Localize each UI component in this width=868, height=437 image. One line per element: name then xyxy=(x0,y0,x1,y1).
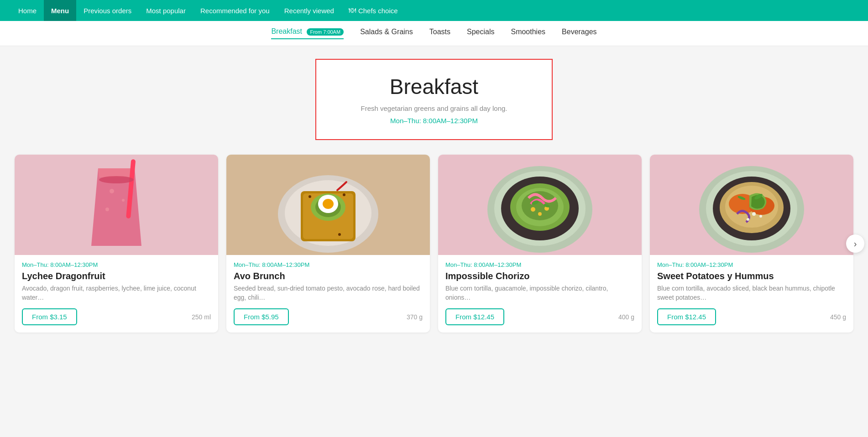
card-body-chorizo: Mon–Thu: 8:00AM–12:30PM Impossible Chori… xyxy=(438,255,642,333)
card-name-chorizo: Impossible Chorizo xyxy=(445,271,634,281)
card-name-lychee: Lychee Dragonfruit xyxy=(22,271,211,281)
card-name-avo: Avo Brunch xyxy=(234,271,423,281)
card-desc-chorizo: Blue corn tortilla, guacamole, impossibl… xyxy=(445,284,634,302)
svg-point-38 xyxy=(752,212,756,216)
cat-smoothies[interactable]: Smoothies xyxy=(511,28,545,39)
svg-point-39 xyxy=(747,218,749,221)
card-image-lychee xyxy=(15,155,218,255)
section-subtitle: Fresh vegetarian greens and grains all d… xyxy=(335,104,533,112)
card-hours-avo: Mon–Thu: 8:00AM–12:30PM xyxy=(234,261,423,268)
card-image-chorizo xyxy=(438,155,642,255)
card-desc-avo: Seeded bread, sun-dried tomato pesto, av… xyxy=(234,284,423,302)
hero-section: Breakfast Fresh vegetarian greens and gr… xyxy=(315,59,553,140)
svg-point-17 xyxy=(338,233,341,236)
weight-sweet-potatoes: 450 g xyxy=(830,313,846,321)
next-arrow-button[interactable]: › xyxy=(846,234,864,253)
svg-point-24 xyxy=(531,207,535,212)
card-footer-lychee: From $3.15 250 ml xyxy=(22,308,211,325)
card-body-sweet-potatoes: Mon–Thu: 8:00AM–12:30PM Sweet Potatoes y… xyxy=(650,255,853,333)
weight-lychee: 250 ml xyxy=(192,313,211,321)
breakfast-badge: From 7:00AM xyxy=(307,28,344,36)
nav-most-popular[interactable]: Most popular xyxy=(139,0,193,21)
card-hours-sweet-potatoes: Mon–Thu: 8:00AM–12:30PM xyxy=(657,261,846,268)
card-image-avo xyxy=(226,155,430,255)
card-body-avo: Mon–Thu: 8:00AM–12:30PM Avo Brunch Seede… xyxy=(226,255,430,333)
menu-cards-row: Mon–Thu: 8:00AM–12:30PM Lychee Dragonfru… xyxy=(15,155,853,333)
card-avo-brunch[interactable]: Mon–Thu: 8:00AM–12:30PM Avo Brunch Seede… xyxy=(226,155,430,333)
top-navigation: Home Menu Previous orders Most popular R… xyxy=(0,0,868,21)
nav-recently-viewed[interactable]: Recently viewed xyxy=(277,0,341,21)
card-name-sweet-potatoes: Sweet Potatoes y Hummus xyxy=(657,271,846,281)
cat-toasts[interactable]: Toasts xyxy=(429,28,450,39)
svg-point-14 xyxy=(323,199,334,209)
main-content: Breakfast Fresh vegetarian greens and gr… xyxy=(0,46,868,345)
nav-previous-orders[interactable]: Previous orders xyxy=(76,0,139,21)
price-button-lychee[interactable]: From $3.15 xyxy=(22,308,77,325)
cat-salads[interactable]: Salads & Grains xyxy=(360,28,413,39)
cat-beverages[interactable]: Beverages xyxy=(562,28,597,39)
chef-icon: 🍽 xyxy=(349,6,356,15)
card-footer-avo: From $5.95 370 g xyxy=(234,308,423,325)
price-button-chorizo[interactable]: From $12.45 xyxy=(445,308,504,325)
card-desc-sweet-potatoes: Blue corn tortilla, avocado sliced, blac… xyxy=(657,284,846,302)
weight-avo: 370 g xyxy=(407,313,423,321)
svg-point-4 xyxy=(110,189,114,193)
card-impossible-chorizo[interactable]: Mon–Thu: 8:00AM–12:30PM Impossible Chori… xyxy=(438,155,642,333)
price-button-avo[interactable]: From $5.95 xyxy=(234,308,289,325)
card-image-sweet-potatoes xyxy=(650,155,853,255)
category-navigation: Breakfast From 7:00AM Salads & Grains To… xyxy=(0,21,868,46)
svg-point-6 xyxy=(105,208,109,211)
svg-point-40 xyxy=(759,215,762,218)
nav-menu[interactable]: Menu xyxy=(44,0,76,21)
card-body-lychee: Mon–Thu: 8:00AM–12:30PM Lychee Dragonfru… xyxy=(15,255,218,333)
cat-breakfast[interactable]: Breakfast From 7:00AM xyxy=(271,27,344,39)
card-hours-chorizo: Mon–Thu: 8:00AM–12:30PM xyxy=(445,261,634,268)
nav-recommended[interactable]: Recommended for you xyxy=(193,0,277,21)
card-hours-lychee: Mon–Thu: 8:00AM–12:30PM xyxy=(22,261,211,268)
svg-point-5 xyxy=(122,199,125,202)
section-hours: Mon–Thu: 8:00AM–12:30PM xyxy=(335,117,533,125)
svg-point-26 xyxy=(538,212,542,216)
cat-specials[interactable]: Specials xyxy=(467,28,494,39)
card-footer-sweet-potatoes: From $12.45 450 g xyxy=(657,308,846,325)
svg-point-15 xyxy=(309,195,311,198)
card-footer-chorizo: From $12.45 400 g xyxy=(445,308,634,325)
svg-point-3 xyxy=(99,176,134,183)
card-desc-lychee: Avocado, dragon fruit, raspberries, lych… xyxy=(22,284,211,302)
section-title: Breakfast xyxy=(335,74,533,99)
nav-chefs-choice[interactable]: 🍽 Chefs choice xyxy=(341,0,405,21)
card-lychee-dragonfruit[interactable]: Mon–Thu: 8:00AM–12:30PM Lychee Dragonfru… xyxy=(15,155,218,333)
nav-home[interactable]: Home xyxy=(11,0,44,21)
price-button-sweet-potatoes[interactable]: From $12.45 xyxy=(657,308,716,325)
svg-point-16 xyxy=(343,193,345,196)
card-sweet-potatoes[interactable]: Mon–Thu: 8:00AM–12:30PM Sweet Potatoes y… xyxy=(650,155,853,333)
weight-chorizo: 400 g xyxy=(618,313,634,321)
